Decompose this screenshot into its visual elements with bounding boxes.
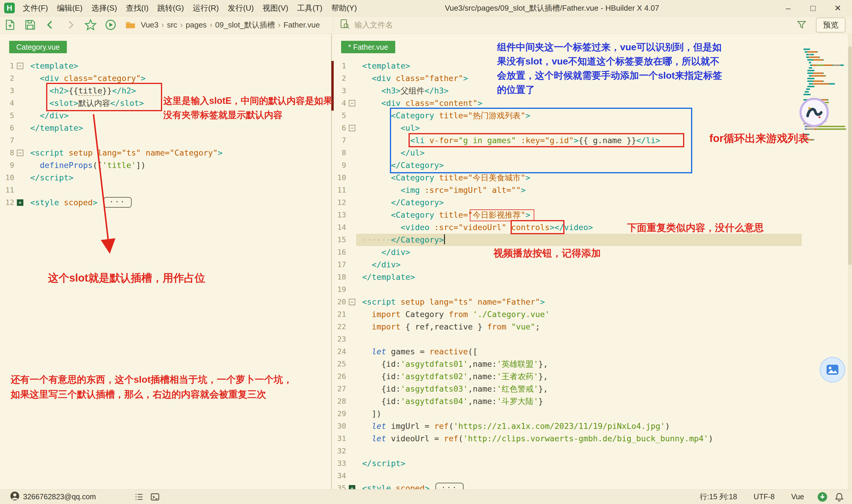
line-number[interactable]: 10 bbox=[0, 172, 14, 184]
favorite-star-icon[interactable] bbox=[83, 17, 98, 32]
code-line-25[interactable]: 25 {id:'asgytdfats01',name:'英雄联盟'}, bbox=[332, 358, 802, 370]
line-number[interactable]: 19 bbox=[332, 283, 346, 296]
line-number[interactable]: 6 bbox=[332, 122, 346, 134]
encoding-indicator[interactable]: UTF-8 bbox=[754, 492, 775, 501]
code-text[interactable]: ······</Category> bbox=[356, 234, 802, 246]
menu-item-编辑(E)[interactable]: 编辑(E) bbox=[52, 0, 87, 16]
line-number[interactable]: 8 bbox=[332, 147, 346, 159]
fold-marker[interactable]: − bbox=[349, 299, 355, 305]
code-text[interactable]: <style scoped>··· bbox=[358, 482, 802, 489]
line-number[interactable]: 32 bbox=[332, 445, 346, 457]
line-number[interactable]: 5 bbox=[332, 109, 346, 122]
code-text[interactable]: let games = reactive([ bbox=[358, 345, 802, 358]
code-text[interactable]: <template> bbox=[26, 60, 331, 72]
menu-item-工具(T)[interactable]: 工具(T) bbox=[293, 0, 327, 16]
code-text[interactable] bbox=[358, 283, 802, 296]
line-number[interactable]: 8 bbox=[0, 147, 14, 159]
fold-marker[interactable]: − bbox=[17, 150, 23, 156]
fold-marker[interactable]: − bbox=[17, 63, 23, 69]
fold-marker[interactable]: + bbox=[349, 485, 355, 489]
line-number[interactable]: 9 bbox=[0, 159, 14, 172]
code-line-19[interactable]: 19 bbox=[332, 283, 802, 296]
line-number[interactable]: 3 bbox=[0, 85, 14, 97]
code-line-21[interactable]: 21 import Category from './Category.vue' bbox=[332, 308, 802, 321]
tab-category-vue[interactable]: Category.vue bbox=[9, 41, 67, 53]
line-number[interactable]: 12 bbox=[332, 196, 346, 209]
code-text[interactable] bbox=[358, 470, 802, 482]
code-line-33[interactable]: 33</script> bbox=[332, 457, 802, 470]
menu-item-选择(S)[interactable]: 选择(S) bbox=[87, 0, 122, 16]
code-text[interactable]: <h3>父组件</h3> bbox=[358, 85, 802, 97]
maximize-button[interactable]: □ bbox=[800, 0, 826, 16]
new-file-icon[interactable] bbox=[3, 17, 17, 32]
menu-item-视图(V)[interactable]: 视图(V) bbox=[258, 0, 293, 16]
line-number[interactable]: 6 bbox=[0, 122, 14, 134]
code-text[interactable] bbox=[358, 333, 802, 345]
code-text[interactable] bbox=[26, 134, 331, 147]
code-text[interactable]: <Category title="今日美食城市"> bbox=[358, 172, 802, 184]
fold-marker[interactable]: + bbox=[17, 199, 23, 206]
notification-bell-icon[interactable] bbox=[834, 492, 844, 502]
code-line-20[interactable]: 20−<script setup lang="ts" name="Father"… bbox=[332, 296, 802, 308]
line-number[interactable]: 10 bbox=[332, 172, 346, 184]
line-number[interactable]: 14 bbox=[332, 221, 346, 234]
code-line-26[interactable]: 26 {id:'asgytdfats02',name:'王者农药'}, bbox=[332, 370, 802, 383]
line-number[interactable]: 25 bbox=[332, 358, 346, 370]
code-line-11[interactable]: 11 <img :src="imgUrl" alt=""> bbox=[332, 184, 802, 196]
save-icon[interactable] bbox=[23, 17, 38, 32]
code-line-10[interactable]: 10</script> bbox=[0, 172, 331, 184]
code-line-9[interactable]: 9 defineProps(['title']) bbox=[0, 159, 331, 172]
search-input[interactable] bbox=[355, 20, 621, 30]
code-text[interactable]: let imgUrl = ref('https://z1.ax1x.com/20… bbox=[358, 420, 802, 432]
outline-list-icon[interactable] bbox=[134, 492, 144, 502]
forward-icon[interactable] bbox=[63, 17, 78, 32]
menu-item-运行(R)[interactable]: 运行(R) bbox=[188, 0, 223, 16]
code-text[interactable]: {id:'asgytdfats01',name:'英雄联盟'}, bbox=[358, 358, 802, 370]
line-number[interactable]: 22 bbox=[332, 321, 346, 333]
line-number[interactable]: 18 bbox=[332, 271, 346, 283]
code-text[interactable]: </script> bbox=[358, 457, 802, 470]
code-text[interactable]: let videoUrl = ref('http://clips.vorwaer… bbox=[358, 432, 802, 445]
code-line-27[interactable]: 27 {id:'asgytdfats03',name:'红色警戒'}, bbox=[332, 383, 802, 395]
code-line-17[interactable]: 17 </div> bbox=[332, 258, 802, 271]
code-line-30[interactable]: 30 let imgUrl = ref('https://z1.ax1x.com… bbox=[332, 420, 802, 432]
run-icon[interactable] bbox=[103, 17, 118, 32]
cursor-position[interactable]: 行:15 列:18 bbox=[700, 492, 737, 502]
code-line-11[interactable]: 11 bbox=[0, 184, 331, 196]
code-line-32[interactable]: 32 bbox=[332, 445, 802, 457]
code-text[interactable]: {id:'asgytdfats02',name:'王者农药'}, bbox=[358, 370, 802, 383]
account-item[interactable]: 3266762823@qq.com bbox=[10, 491, 96, 503]
code-line-31[interactable]: 31 let videoUrl = ref('http://clips.vorw… bbox=[332, 432, 802, 445]
line-number[interactable]: 11 bbox=[332, 184, 346, 196]
line-number[interactable]: 27 bbox=[332, 383, 346, 395]
line-number[interactable]: 28 bbox=[332, 395, 346, 408]
menu-item-发行(U)[interactable]: 发行(U) bbox=[223, 0, 258, 16]
floating-contact-button[interactable] bbox=[819, 357, 846, 384]
line-number[interactable]: 2 bbox=[0, 72, 14, 85]
code-line-35[interactable]: 35+<style scoped>··· bbox=[332, 482, 802, 489]
back-icon[interactable] bbox=[43, 17, 58, 32]
line-number[interactable]: 1 bbox=[0, 60, 14, 72]
breadcrumb-item[interactable]: Father.vue bbox=[281, 20, 322, 30]
line-number[interactable]: 34 bbox=[332, 470, 346, 482]
code-line-28[interactable]: 28 {id:'asgytdfats04',name:'斗罗大陆'} bbox=[332, 395, 802, 408]
line-number[interactable]: 3 bbox=[332, 85, 346, 97]
line-number[interactable]: 4 bbox=[332, 97, 346, 109]
line-number[interactable]: 12 bbox=[0, 196, 14, 209]
minimize-button[interactable]: – bbox=[776, 0, 800, 16]
line-number[interactable]: 7 bbox=[332, 134, 346, 147]
code-text[interactable]: {id:'asgytdfats03',name:'红色警戒'}, bbox=[358, 383, 802, 395]
code-line-22[interactable]: 22 import { ref,reactive } from "vue"; bbox=[332, 321, 802, 333]
code-text[interactable]: </script> bbox=[26, 172, 331, 184]
line-number[interactable]: 15 bbox=[332, 234, 346, 246]
code-line-13[interactable]: 13 <Category title="今日影视推荐"> bbox=[332, 209, 802, 221]
code-line-7[interactable]: 7 bbox=[0, 134, 331, 147]
menu-item-查找(I)[interactable]: 查找(I) bbox=[122, 0, 153, 16]
line-number[interactable]: 9 bbox=[332, 159, 346, 172]
menu-item-文件(F)[interactable]: 文件(F) bbox=[18, 0, 52, 16]
minimap[interactable] bbox=[802, 46, 848, 489]
code-text[interactable]: defineProps(['title']) bbox=[26, 159, 331, 172]
breadcrumb-item[interactable]: Vue3 bbox=[139, 20, 161, 30]
account-email[interactable]: 3266762823@qq.com bbox=[23, 492, 96, 501]
preview-button[interactable]: 预览 bbox=[816, 17, 846, 33]
